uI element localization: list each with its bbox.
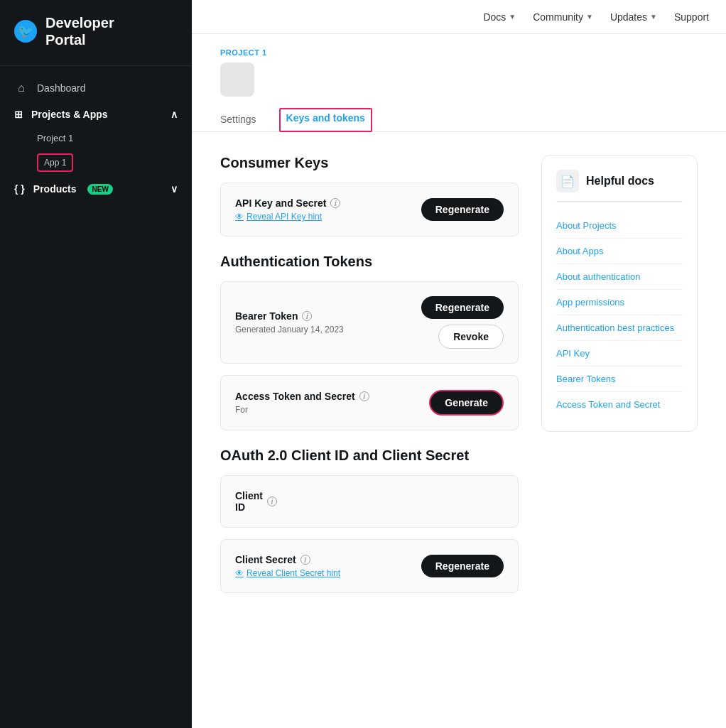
- products-chevron-icon: ∨: [170, 183, 178, 195]
- support-nav-item[interactable]: Support: [674, 11, 709, 23]
- products-label: Products: [33, 183, 77, 195]
- community-nav-item[interactable]: Community ▼: [533, 11, 593, 23]
- access-token-info: Access Token and Secret i For: [235, 391, 369, 415]
- app-highlight-container: App 1: [0, 149, 192, 176]
- revoke-bearer-button[interactable]: Revoke: [438, 325, 504, 349]
- helpful-doc-link[interactable]: About authentication: [556, 264, 683, 290]
- sidebar-nav: ⌂ Dashboard ⊞ Projects & Apps ∧ Project …: [0, 66, 192, 210]
- regenerate-bearer-button[interactable]: Regenerate: [421, 296, 504, 319]
- access-token-card: Access Token and Secret i For Generate: [220, 375, 519, 430]
- projects-apps-label: Projects & Apps: [31, 109, 108, 120]
- project1-label: Project 1: [37, 133, 73, 143]
- api-key-info: API Key and Secret i 👁 Reveal API Key hi…: [235, 197, 340, 222]
- client-secret-card: Client Secret i 👁 Reveal Client Secret h…: [220, 539, 519, 593]
- sidebar-item-project1[interactable]: Project 1: [0, 127, 192, 149]
- new-badge: NEW: [87, 184, 112, 195]
- regenerate-api-key-button[interactable]: Regenerate: [421, 198, 504, 221]
- tabs: Settings Keys and tokens: [220, 108, 698, 131]
- client-id-title: Client ID i: [235, 490, 277, 513]
- products-icon: { }: [14, 183, 25, 195]
- section-left: ⊞ Projects & Apps: [14, 109, 108, 120]
- app-highlighted-item[interactable]: App 1: [37, 153, 73, 172]
- docs-label: Docs: [483, 11, 506, 23]
- generate-access-token-button[interactable]: Generate: [429, 390, 504, 415]
- helpful-doc-link[interactable]: About Projects: [556, 213, 683, 239]
- helpful-docs-card: 📄 Helpful docs About ProjectsAbout AppsA…: [541, 155, 698, 432]
- eye-icon: 👁: [235, 212, 244, 222]
- sidebar: 🐦 DeveloperPortal ⌂ Dashboard ⊞ Projects…: [0, 0, 192, 728]
- reveal-api-key-link[interactable]: 👁 Reveal API Key hint: [235, 212, 340, 222]
- client-id-info-icon[interactable]: i: [267, 496, 277, 506]
- helpful-docs-links: About ProjectsAbout AppsAbout authentica…: [556, 213, 683, 417]
- top-navigation: Docs ▼ Community ▼ Updates ▼ Support: [192, 0, 726, 34]
- tab-settings[interactable]: Settings: [220, 108, 256, 132]
- helpful-doc-link[interactable]: Bearer Tokens: [556, 366, 683, 392]
- app-name-label: App 1: [44, 158, 66, 168]
- api-key-title: API Key and Secret i: [235, 197, 340, 209]
- reveal-client-secret-link[interactable]: 👁 Reveal Client Secret hint: [235, 568, 340, 578]
- project-header: PROJECT 1 Settings Keys and tokens: [192, 34, 726, 132]
- projects-icon: ⊞: [14, 109, 23, 120]
- helpful-doc-link[interactable]: Access Token and Secret: [556, 392, 683, 417]
- helpful-docs-header: 📄 Helpful docs: [556, 170, 683, 202]
- sidebar-item-dashboard[interactable]: ⌂ Dashboard: [0, 75, 192, 102]
- access-token-info-icon[interactable]: i: [359, 391, 369, 401]
- dashboard-label: Dashboard: [37, 82, 86, 94]
- bearer-token-card: Bearer Token i Generated January 14, 202…: [220, 281, 519, 364]
- tab-keys-and-tokens[interactable]: Keys and tokens: [279, 108, 372, 132]
- helpful-doc-link[interactable]: About Apps: [556, 239, 683, 264]
- bearer-token-buttons: Regenerate Revoke: [421, 296, 504, 349]
- sidebar-logo: 🐦 DeveloperPortal: [0, 0, 192, 66]
- main-content: PROJECT 1 Settings Keys and tokens Consu…: [192, 34, 726, 728]
- client-secret-info: Client Secret i 👁 Reveal Client Secret h…: [235, 554, 340, 578]
- helpful-doc-link[interactable]: Authentication best practices: [556, 315, 683, 341]
- access-token-title: Access Token and Secret i: [235, 391, 369, 402]
- api-key-card: API Key and Secret i 👁 Reveal API Key hi…: [220, 183, 519, 237]
- project-name-area: [220, 63, 698, 97]
- portal-title: DeveloperPortal: [45, 14, 114, 48]
- docs-nav-item[interactable]: Docs ▼: [483, 11, 516, 23]
- support-label: Support: [674, 11, 709, 23]
- collapse-icon: ∧: [170, 109, 178, 120]
- twitter-logo-icon: 🐦: [14, 20, 37, 43]
- docs-chevron-icon: ▼: [509, 13, 516, 21]
- access-token-subtitle: For: [235, 405, 369, 415]
- client-secret-info-icon[interactable]: i: [300, 555, 310, 565]
- auth-tokens-title: Authentication Tokens: [220, 254, 519, 270]
- content-area: Consumer Keys API Key and Secret i 👁 Rev…: [192, 132, 726, 627]
- community-label: Community: [533, 11, 583, 23]
- project-icon-box: [220, 63, 254, 97]
- docs-icon: 📄: [556, 170, 579, 192]
- sidebar-section-products[interactable]: { } Products NEW ∨: [0, 176, 192, 202]
- client-secret-title: Client Secret i: [235, 554, 340, 565]
- api-key-info-icon[interactable]: i: [330, 198, 340, 208]
- community-chevron-icon: ▼: [586, 13, 593, 21]
- sidebar-section-projects[interactable]: ⊞ Projects & Apps ∧: [0, 102, 192, 127]
- regenerate-client-secret-button[interactable]: Regenerate: [421, 555, 504, 577]
- products-left: { } Products NEW: [14, 183, 113, 195]
- project-label: PROJECT 1: [220, 48, 698, 57]
- keys-tokens-content: Consumer Keys API Key and Secret i 👁 Rev…: [220, 155, 519, 604]
- helpful-doc-link[interactable]: API Key: [556, 341, 683, 366]
- bearer-token-info-icon[interactable]: i: [302, 311, 312, 321]
- client-id-card: Client ID i: [220, 475, 519, 528]
- updates-label: Updates: [610, 11, 647, 23]
- eye-reveal-icon: 👁: [235, 568, 244, 578]
- updates-chevron-icon: ▼: [650, 13, 657, 21]
- bearer-token-subtitle: Generated January 14, 2023: [235, 325, 344, 335]
- helpful-doc-link[interactable]: App permissions: [556, 290, 683, 315]
- helpful-docs-sidebar: 📄 Helpful docs About ProjectsAbout AppsA…: [541, 155, 698, 604]
- oauth-title: OAuth 2.0 Client ID and Client Secret: [220, 447, 519, 464]
- bearer-token-info: Bearer Token i Generated January 14, 202…: [235, 310, 344, 335]
- bearer-token-title: Bearer Token i: [235, 310, 344, 322]
- client-id-info: Client ID i: [235, 490, 277, 513]
- consumer-keys-title: Consumer Keys: [220, 155, 519, 171]
- home-icon: ⌂: [14, 82, 28, 94]
- helpful-docs-title: Helpful docs: [586, 175, 654, 188]
- updates-nav-item[interactable]: Updates ▼: [610, 11, 657, 23]
